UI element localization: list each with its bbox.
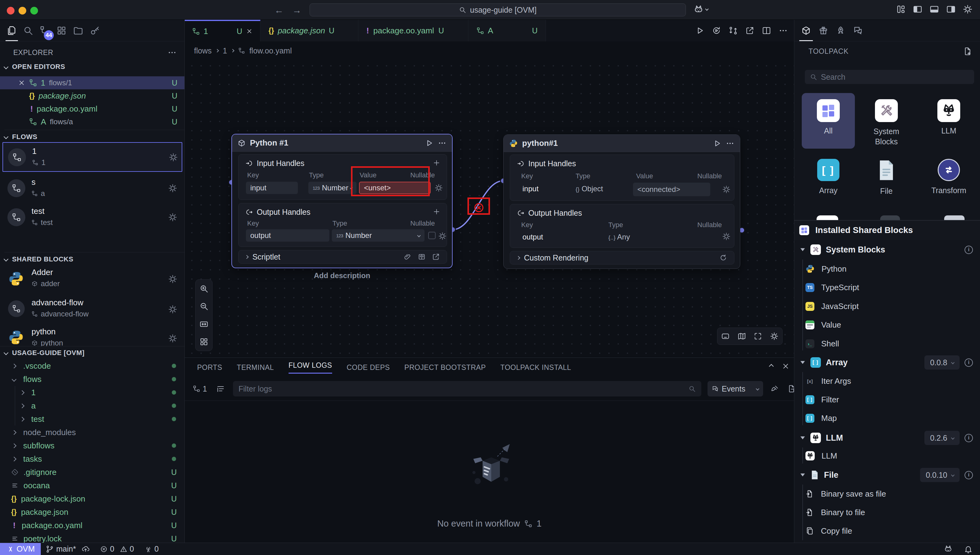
toggle-sidebar-left-icon[interactable] [913,4,922,14]
open-editor-package-json[interactable]: {} package.json U [0,89,185,102]
log-list-icon[interactable] [216,384,225,393]
block-item-typescript[interactable]: TS TypeScript [794,278,980,297]
toolpack-search-input[interactable] [821,73,969,82]
category-file[interactable]: File [860,159,913,212]
tree-item-vscode[interactable]: .vscode [0,359,185,373]
git-branch-status[interactable]: main* [46,544,90,553]
panel-tab-code-deps[interactable]: CODE DEPS [347,363,390,372]
open-editor-package-oo-yaml[interactable]: ! package.oo.yaml U [0,102,185,115]
handle-settings-icon[interactable] [722,232,731,241]
tree-item-tasks[interactable]: tasks [0,452,185,466]
category-array[interactable]: [ ] Array [802,159,855,212]
tree-item-gitignore[interactable]: .gitignore U [0,465,185,479]
info-icon[interactable]: i [964,471,973,479]
add-output-icon[interactable] [432,208,440,216]
handle-settings-icon[interactable] [722,185,731,194]
tree-item-test[interactable]: test [0,412,185,426]
editor-more-icon[interactable] [778,26,788,35]
command-center-search[interactable]: usage-guide [OVM] [309,3,686,16]
shared-block-adder[interactable]: Adder adder [2,267,182,291]
node-run-icon[interactable] [425,139,434,148]
notifications-bell-icon[interactable] [964,545,973,553]
shared-block-advanced-flow[interactable]: advanced-flow advanced-flow [2,297,182,321]
attach-icon[interactable] [404,253,412,261]
explorer-icon[interactable] [6,25,17,36]
tree-item-subflows[interactable]: subflows [0,439,185,452]
tab-flow-a[interactable]: A U [468,20,546,42]
toggle-sidebar-right-icon[interactable] [946,4,956,14]
breadcrumb-1[interactable]: 1 [223,47,227,55]
collapse-triangle-icon[interactable] [801,248,805,251]
flow-settings-icon[interactable] [168,213,177,222]
handle-settings-icon[interactable] [434,184,443,192]
flows-section-title[interactable]: FLOWS [12,133,37,141]
traffic-light-minimize[interactable] [19,7,26,14]
breadcrumb[interactable]: flows 1 flow.oo.yaml [194,44,291,58]
canvas-settings-icon[interactable] [770,332,778,340]
flow-card-test[interactable]: test test [2,204,182,231]
nav-forward-icon[interactable]: → [292,5,301,16]
section-chevron-icon[interactable] [4,135,9,140]
settings-gear-icon[interactable] [963,4,973,14]
folder-icon[interactable] [73,25,83,36]
node-run-icon[interactable] [713,139,721,148]
output-type-select[interactable]: 123 Number [332,229,424,242]
breadcrumb-flows[interactable]: flows [194,47,211,55]
panel-tab-project-bootstrap[interactable]: PROJECT BOOTSTRAP [404,363,486,372]
add-input-icon[interactable] [432,159,440,167]
problems-status[interactable]: 0 0 [100,544,134,553]
ports-status[interactable]: 0 [144,544,159,553]
collapse-triangle-icon[interactable] [801,473,805,476]
tree-item-oocana[interactable]: oocana U [0,479,185,492]
scriptlet-section[interactable]: Scriptlet [238,250,447,264]
shared-block-python[interactable]: python python [2,326,182,346]
info-icon[interactable]: i [964,358,973,367]
toolpack-searchbox[interactable] [805,70,974,84]
collapse-triangle-icon[interactable] [801,361,805,364]
tab-close-icon[interactable] [246,28,253,35]
section-chevron-icon[interactable] [4,64,9,69]
feedback-tab-icon[interactable] [853,26,863,35]
share-export-icon[interactable] [745,26,754,35]
new-toolpack-icon[interactable] [963,47,972,56]
more-actions-icon[interactable] [167,48,177,57]
filter-logs-input[interactable] [239,384,689,393]
sync-icon[interactable] [82,545,90,553]
block-item-copy-file[interactable]: Copy file [794,521,980,540]
block-item-binary-save-as-file[interactable]: Binary save as file [794,484,980,503]
flow-scope-badge[interactable]: 1 [193,381,207,396]
panel-close-icon[interactable] [781,362,790,370]
tree-item-a[interactable]: a [0,399,185,412]
tree-item-1[interactable]: 1 [0,386,185,399]
flow-canvas[interactable]: Python #1 Input Handles Key Type Value N… [185,59,794,358]
input-value-field[interactable]: <connected> [633,183,710,196]
block-item-shell[interactable]: ›_ Shell [794,334,980,353]
version-select[interactable]: 0.2.6 [924,431,959,445]
workspace-title[interactable]: USAGE-GUIDE [OVM] [12,349,85,357]
panel-maximize-icon[interactable] [769,364,774,369]
tree-item-node-modules[interactable]: node_modules [0,425,185,439]
block-item-filter[interactable]: [ ] Filter [794,390,980,409]
info-icon[interactable]: i [964,434,973,442]
custom-rendering-section[interactable]: Custom Rendering [510,251,734,265]
flows-activity-icon[interactable]: 44 [40,25,50,36]
auto-layout-icon[interactable] [199,337,208,346]
block-item-llm[interactable]: LLM [794,446,980,465]
filter-logs-inputbox[interactable] [233,381,701,396]
open-external-icon[interactable] [432,253,440,261]
tree-item-flows[interactable]: flows [0,372,185,386]
tab-package-json[interactable]: {} package.json U [261,20,359,42]
flow-settings-icon[interactable] [169,152,178,162]
tree-item-package-lock-json[interactable]: {} package-lock.json U [0,492,185,505]
flow-card-s[interactable]: s a [2,175,182,202]
panel-tab-terminal[interactable]: TERMINAL [237,363,274,372]
shared-settings-icon[interactable] [168,305,177,314]
block-item-value[interactable]: Value [794,316,980,334]
output-key-field[interactable]: output [246,229,329,242]
group-llm[interactable]: LLM 0.2.6 i [794,430,980,446]
shared-settings-icon[interactable] [168,274,177,284]
panel-tab-toolpack-install[interactable]: TOOLPACK INSTALL [501,363,571,372]
shared-settings-icon[interactable] [168,334,177,343]
keys-icon[interactable] [90,25,100,36]
tab-package-oo-yaml[interactable]: ! package.oo.yaml U [359,20,468,42]
